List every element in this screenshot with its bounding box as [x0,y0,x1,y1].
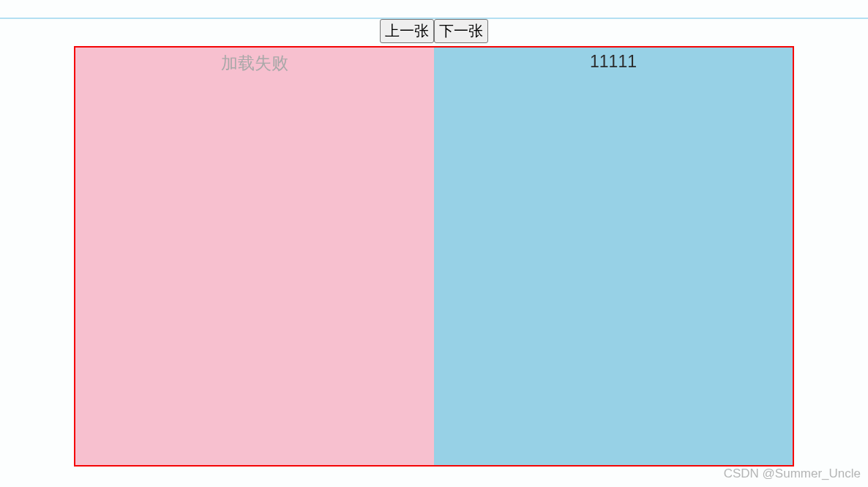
carousel-panel-right: 11111 [434,48,793,465]
watermark: CSDN @Summer_Uncle [724,467,861,481]
panel-right-text: 11111 [590,52,637,71]
carousel-container: 加载失败 11111 [74,46,794,467]
next-button[interactable]: 下一张 [434,19,488,43]
top-divider [0,18,868,19]
carousel-panel-left: 加载失败 [75,48,434,465]
prev-button[interactable]: 上一张 [380,19,434,43]
button-row: 上一张 下一张 [0,0,868,43]
panel-left-text: 加载失败 [221,53,288,72]
